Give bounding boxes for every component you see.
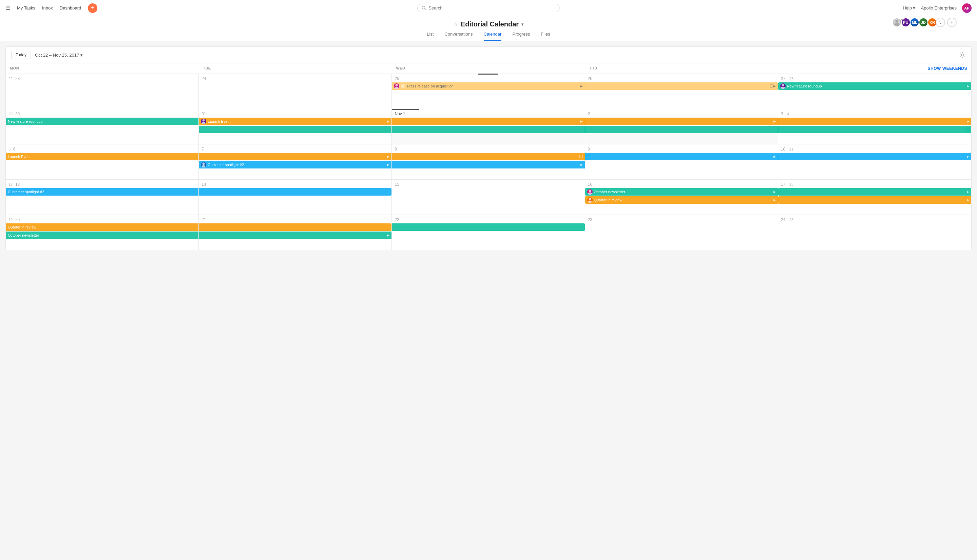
top-nav: ☰ My Tasks Inbox Dashboard + Help ▾ Apol… (0, 0, 977, 16)
member-count[interactable]: 3 (935, 18, 945, 27)
week1-wed: ✓ Press release on acquisition (392, 82, 585, 109)
week4-thu: October newsletter Quarter in review (585, 187, 778, 215)
quarter-review-label: Quarter in review (594, 198, 623, 202)
tab-list[interactable]: List (427, 32, 434, 41)
new-feature-event-w2-thu[interactable] (585, 126, 778, 133)
new-feature-event-w2-fri[interactable] (778, 126, 971, 133)
new-feature-label-w1: New feature roundup (787, 84, 822, 88)
new-feature-event-w1[interactable]: New feature roundup (778, 82, 971, 90)
date-nov19: 19 20 (6, 215, 199, 223)
today-button[interactable]: Today (11, 51, 31, 59)
tab-progress[interactable]: Progress (512, 32, 530, 41)
user-avatar[interactable]: AP (962, 3, 972, 13)
launch-event-w2-fri[interactable] (778, 118, 971, 125)
svg-point-9 (202, 119, 205, 122)
week2-wed (392, 117, 585, 144)
october-newsletter-w5-mon[interactable]: October newsletter (6, 232, 199, 239)
svg-point-15 (589, 198, 591, 200)
launch-event-w2-thu[interactable] (585, 118, 778, 125)
svg-point-4 (961, 54, 964, 56)
help-link[interactable]: Help ▾ (903, 5, 915, 10)
october-newsletter-w4-fri[interactable] (778, 188, 971, 196)
svg-point-16 (588, 201, 592, 203)
svg-point-12 (202, 165, 205, 168)
week5-wed (392, 223, 585, 250)
project-dropdown-icon[interactable]: ▾ (521, 22, 524, 27)
date-nov24: 24 25 (778, 215, 971, 223)
new-feature-event-w2-wed[interactable] (392, 126, 585, 133)
new-feature-event-w2-mon[interactable]: New feature roundup (6, 118, 199, 125)
week5-tue (199, 223, 392, 250)
october-newsletter-w4[interactable]: October newsletter (585, 188, 778, 196)
inbox-link[interactable]: Inbox (42, 5, 53, 10)
quarter-review-w4-fri[interactable] (778, 196, 971, 204)
press-release-event-cont[interactable] (585, 82, 778, 90)
member-avatar-3[interactable]: ML (910, 18, 919, 27)
day-header-tue: TUE (199, 63, 392, 73)
project-title: Editorial Calendar (461, 20, 519, 28)
customer-spotlight-w3[interactable]: Customer spotlight #2 (199, 161, 391, 168)
search-input[interactable] (428, 5, 555, 10)
week5-thu (585, 223, 778, 250)
week4-mon: Customer spotlight #2 (6, 187, 199, 215)
customer-spotlight-w3-fri[interactable] (778, 153, 971, 160)
launch-event-w2-wed[interactable] (392, 118, 585, 125)
october-newsletter-w5-wed[interactable] (392, 223, 585, 231)
date-oct22: 22 23 (6, 74, 199, 82)
week3-wed (392, 152, 585, 179)
date-range[interactable]: Oct 22 – Nov 25, 2017 ▾ (35, 53, 83, 58)
settings-icon[interactable] (959, 52, 966, 58)
svg-point-5 (396, 84, 398, 87)
week3-events: Launch Event Customer spotlight #2 (6, 152, 971, 179)
show-weekends-button[interactable]: Show weekends (778, 63, 971, 73)
star-icon[interactable]: ☆ (453, 21, 458, 27)
tab-files[interactable]: Files (541, 32, 550, 41)
tab-calendar[interactable]: Calendar (484, 32, 502, 41)
add-member-button[interactable]: + (947, 18, 957, 27)
customer-spotlight-w4-tue[interactable] (199, 188, 391, 196)
press-release-event[interactable]: ✓ Press release on acquisition (392, 82, 585, 90)
customer-spotlight-w3-wed[interactable] (392, 161, 585, 168)
week3-mon: Launch Event (6, 152, 199, 179)
bell-icon[interactable] (899, 18, 906, 25)
quarter-review-w5-tue[interactable] (199, 223, 391, 231)
october-newsletter-w5-tue[interactable] (199, 232, 391, 239)
launch-event-w3-tue[interactable] (199, 153, 391, 160)
week-row-3: 5 6 7 8 9 10 11 Launch Event (6, 144, 971, 180)
week5-dates: 19 20 21 22 23 24 25 (6, 215, 971, 223)
week-row-5: 19 20 21 22 23 24 25 Quarter in review (6, 215, 971, 250)
week1-events: ✓ Press release on acquisition New featu… (6, 82, 971, 109)
my-tasks-link[interactable]: My Tasks (17, 5, 35, 10)
org-name[interactable]: Apollo Enterprises (921, 5, 957, 10)
date-nov5: 5 6 (6, 144, 199, 152)
hamburger-icon[interactable]: ☰ (5, 5, 10, 11)
week2-events: New feature roundup Launch Event (6, 117, 971, 144)
calendar-day-headers: MON TUE WED THU Show weekends (6, 63, 971, 74)
new-feature-event-w2-tue[interactable] (199, 126, 391, 133)
week2-thu (585, 117, 778, 144)
quarter-review-w4[interactable]: Quarter in review (585, 196, 778, 204)
dashboard-link[interactable]: Dashboard (60, 5, 82, 10)
svg-point-2 (895, 20, 899, 23)
week1-fri: New feature roundup (778, 82, 971, 109)
tab-conversations[interactable]: Conversations (444, 32, 473, 41)
launch-event-w3-wed[interactable] (392, 153, 585, 160)
add-button[interactable]: + (88, 3, 97, 13)
quarter-review-w5-mon[interactable]: Quarter in review (6, 223, 199, 231)
week4-fri (778, 187, 971, 215)
date-nov10: 10 11 (778, 144, 971, 152)
customer-spotlight-w4-mon[interactable]: Customer spotlight #2 (6, 188, 199, 196)
member-avatar-4[interactable]: JD (919, 18, 928, 27)
launch-event-w3-mon[interactable]: Launch Event (6, 153, 199, 160)
date-nov8: 8 (392, 144, 585, 152)
search-bar[interactable] (417, 4, 560, 12)
customer-spotlight-w3-thu[interactable] (585, 153, 778, 160)
date-oct29: 29 30 (6, 109, 199, 117)
week1-mon (6, 82, 199, 109)
launch-event-w2[interactable]: Launch Event (199, 118, 391, 125)
week1-thu (585, 82, 778, 109)
project-tabs: List Conversations Calendar Progress Fil… (0, 32, 977, 41)
project-header: ☆ Editorial Calendar ▾ PU ML JD KR 3 + L… (0, 16, 977, 41)
svg-point-14 (588, 193, 592, 195)
week2-fri (778, 117, 971, 144)
